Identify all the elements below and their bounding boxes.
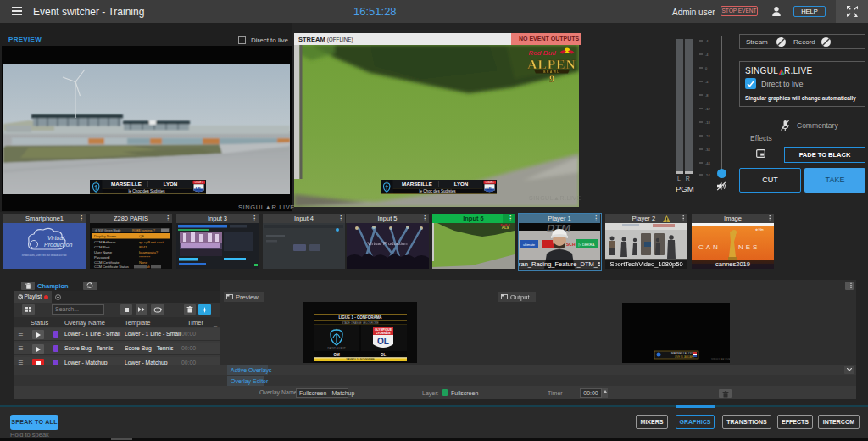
svg-text:LYONNAIS: LYONNAIS — [376, 332, 391, 335]
svg-text:kaamwajju?: kaamwajju? — [139, 250, 159, 254]
svg-text:-54: -54 — [705, 173, 711, 177]
svg-text:8847: 8847 — [139, 245, 147, 249]
svg-text:SAMEDI 10 NOVEMBRE: SAMEDI 10 NOVEMBRE — [346, 358, 375, 361]
svg-text:0: 0 — [705, 66, 708, 70]
svg-text:9: 9 — [549, 73, 554, 82]
svg-text:Virtual Production: Virtual Production — [367, 241, 407, 246]
svg-text:OM: OM — [333, 353, 340, 357]
svg-text:LYON: LYON — [454, 181, 469, 187]
svg-text:Display Name: Display Name — [94, 234, 117, 238]
svg-text:RedBull: RedBull — [500, 224, 510, 227]
svg-text:OL: OL — [196, 186, 203, 191]
svg-text:-18: -18 — [705, 120, 711, 125]
svg-text:MARSEILLE: MARSEILLE — [402, 181, 432, 187]
svg-text:-24: -24 — [705, 134, 711, 138]
svg-text:Virtual: Virtual — [47, 235, 64, 241]
svg-text:User Name: User Name — [94, 250, 113, 254]
svg-text:CCM Address: CCM Address — [94, 240, 116, 244]
svg-text:-44: -44 — [705, 161, 711, 165]
svg-text:Red Bull: Red Bull — [529, 49, 557, 57]
svg-text:-8: -8 — [705, 93, 709, 98]
svg-text:MARSEILLE: MARSEILLE — [111, 181, 142, 187]
svg-text:⚙ NW Green Mode: ⚙ NW Green Mode — [95, 229, 120, 232]
svg-text:-4: -4 — [705, 80, 709, 84]
svg-text:▷ DEKRA: ▷ DEKRA — [579, 243, 595, 247]
svg-text:-4: -4 — [705, 39, 709, 43]
svg-text:-12: -12 — [705, 107, 711, 111]
svg-text:LIVE IN JANUARY: LIVE IN JANUARY — [675, 355, 695, 359]
svg-text:QA: QA — [139, 234, 144, 238]
svg-text:LIGUE 1 - CONFORAMA: LIGUE 1 - CONFORAMA — [338, 315, 382, 320]
svg-text:LYON: LYON — [164, 181, 178, 187]
svg-text:NES: NES — [738, 243, 760, 251]
svg-text:-34: -34 — [705, 148, 711, 152]
svg-text:CCM Port: CCM Port — [94, 245, 110, 249]
svg-text:Showcases, Don't tell but Broa: Showcases, Don't tell but Broadcast too — [22, 254, 67, 257]
svg-text:STADE ORANGE VELODROME: STADE ORANGE VELODROME — [342, 321, 379, 325]
svg-text:OL: OL — [377, 337, 389, 346]
svg-text:CAN: CAN — [698, 243, 721, 251]
svg-text:qa-cp9.net.cast: qa-cp9.net.cast — [139, 240, 164, 244]
svg-text:le Choc des Sudistes: le Choc des Sudistes — [128, 189, 165, 193]
svg-text:DROIT AU BUT: DROIT AU BUT — [328, 347, 346, 350]
svg-text:LIGUE 1: LIGUE 1 — [195, 181, 204, 184]
svg-text:OL: OL — [487, 186, 493, 191]
svg-text:RGB$ banning+?: RGB$ banning+? — [132, 229, 155, 232]
svg-text:SINGULAR.LIVE: SINGULAR.LIVE — [711, 358, 730, 361]
svg-text:-4: -4 — [705, 53, 709, 57]
svg-text:SCH: SCH — [566, 242, 576, 247]
svg-text:********: ******** — [139, 255, 150, 260]
svg-text:Password: Password — [94, 255, 110, 260]
svg-text:ALPEN: ALPEN — [527, 57, 576, 71]
svg-text:✿ Film: ✿ Film — [755, 228, 764, 232]
svg-text:le Choc des Sudistes: le Choc des Sudistes — [419, 189, 456, 193]
svg-text:ultimate: ultimate — [523, 243, 536, 247]
svg-text:Production: Production — [44, 242, 73, 248]
svg-text:OL: OL — [381, 353, 387, 357]
svg-text:LIGUE 1: LIGUE 1 — [486, 181, 495, 184]
svg-text:CCM Certificate Status: CCM Certificate Status — [94, 265, 129, 269]
